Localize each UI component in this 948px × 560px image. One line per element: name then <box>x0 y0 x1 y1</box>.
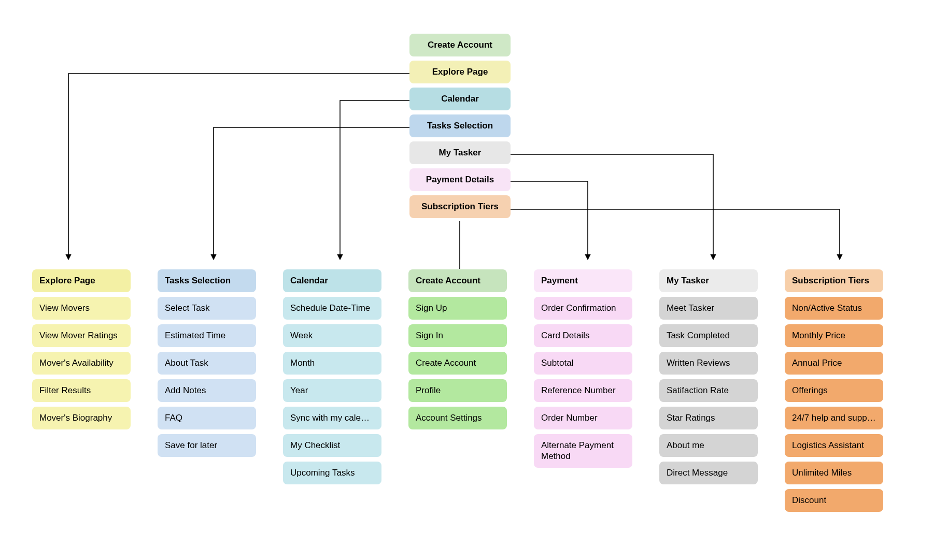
column-item: Satifaction Rate <box>659 379 758 402</box>
column-header: My Tasker <box>659 269 758 292</box>
column-item: Week <box>283 324 381 347</box>
top-node: Tasks Selection <box>409 114 511 137</box>
column-item: Written Reviews <box>659 352 758 375</box>
column-item: Filter Results <box>32 379 131 402</box>
column-item: Unlimited Miles <box>785 462 883 484</box>
sitemap-diagram: Create AccountExplore PageCalendarTasks … <box>0 0 948 560</box>
column-item: Non/Active Status <box>785 297 883 320</box>
column-item: Sign Up <box>408 297 507 320</box>
column-item: Offerings <box>785 379 883 402</box>
column-item: Create Account <box>408 352 507 375</box>
column-item: Alternate Payment Method <box>534 434 632 468</box>
column-item: Mover's Availability <box>32 352 131 375</box>
column-item: Save for later <box>158 434 256 457</box>
column-item: View Movers <box>32 297 131 320</box>
column-item: Add Notes <box>158 379 256 402</box>
column-item: Subtotal <box>534 352 632 375</box>
column-item: View Mover Ratings <box>32 324 131 347</box>
column-item: Meet Tasker <box>659 297 758 320</box>
top-node: Create Account <box>409 34 511 56</box>
column-item: 24/7 help and support <box>785 407 883 429</box>
column-header: Create Account <box>408 269 507 292</box>
top-node: Calendar <box>409 88 511 110</box>
column-item: About me <box>659 434 758 457</box>
column-header: Explore Page <box>32 269 131 292</box>
column-item: Monthly Price <box>785 324 883 347</box>
column-item: Order Number <box>534 407 632 429</box>
column-item: FAQ <box>158 407 256 429</box>
column-item: Schedule Date-Time <box>283 297 381 320</box>
column-item: Upcoming Tasks <box>283 462 381 484</box>
column-item: Logistics Assistant <box>785 434 883 457</box>
column-item: Card Details <box>534 324 632 347</box>
column-item: Estimated Time <box>158 324 256 347</box>
column-header: Calendar <box>283 269 381 292</box>
column-item: Star Ratings <box>659 407 758 429</box>
column-item: Direct Message <box>659 462 758 484</box>
column-item: My Checklist <box>283 434 381 457</box>
column-item: Sign In <box>408 324 507 347</box>
column-item: Month <box>283 352 381 375</box>
column-item: About Task <box>158 352 256 375</box>
column-item: Profile <box>408 379 507 402</box>
column-item: Reference Number <box>534 379 632 402</box>
column-item: Account Settings <box>408 407 507 429</box>
top-node: Payment Details <box>409 168 511 191</box>
top-node: Subscription Tiers <box>409 195 511 218</box>
column-item: Discount <box>785 489 883 512</box>
top-node: Explore Page <box>409 61 511 83</box>
column-item: Order Confirmation <box>534 297 632 320</box>
top-node: My Tasker <box>409 141 511 164</box>
column-item: Sync with my calendar <box>283 407 381 429</box>
column-header: Payment <box>534 269 632 292</box>
column-item: Annual Price <box>785 352 883 375</box>
column-header: Tasks Selection <box>158 269 256 292</box>
column-item: Mover's Biography <box>32 407 131 429</box>
column-item: Task Completed <box>659 324 758 347</box>
column-item: Year <box>283 379 381 402</box>
column-item: Select Task <box>158 297 256 320</box>
column-header: Subscription Tiers <box>785 269 883 292</box>
